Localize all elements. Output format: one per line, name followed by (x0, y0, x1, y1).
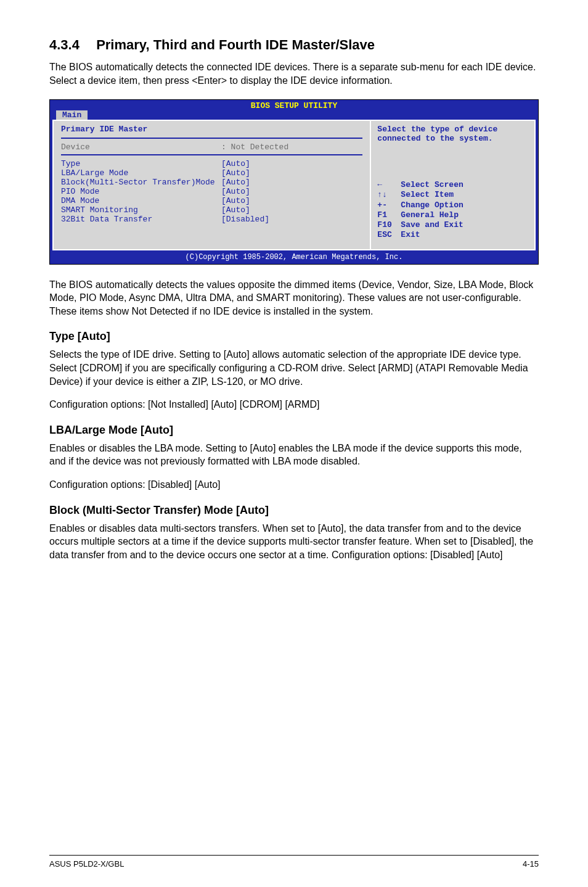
bios-item-label: SMART Monitoring (61, 205, 221, 215)
bios-device-value: : Not Detected (221, 142, 288, 152)
bios-help-text: Select the type of device connected to t… (377, 125, 528, 143)
section-title: Primary, Third and Fourth IDE Master/Sla… (96, 37, 375, 52)
bios-item-value: [Auto] (221, 187, 250, 196)
arrow-left-icon: ← (377, 180, 401, 190)
bios-screenshot: BIOS SETUP UTILITY Main Primary IDE Mast… (49, 99, 539, 265)
bios-body: Primary IDE Master Device : Not Detected… (52, 120, 536, 250)
section-number: 4.3.4 (49, 37, 92, 53)
bios-nav-row: ←Select Screen (377, 180, 528, 190)
bios-device-row: Device : Not Detected (61, 142, 362, 152)
bios-nav-label: Save and Exit (401, 220, 463, 230)
bios-tab-main: Main (56, 110, 88, 120)
bios-nav-row: F1General Help (377, 210, 528, 220)
bios-nav-row: F10Save and Exit (377, 220, 528, 230)
bios-item-value: [Auto] (221, 196, 250, 205)
bios-item-row: DMA Mode[Auto] (61, 196, 362, 205)
bios-item-row: SMART Monitoring[Auto] (61, 205, 362, 215)
bios-item-label: Type (61, 159, 221, 168)
bios-nav-row: +-Change Option (377, 200, 528, 210)
divider (61, 154, 362, 155)
bios-item-label: PIO Mode (61, 187, 221, 196)
f1-icon: F1 (377, 210, 401, 220)
section-heading: 4.3.4 Primary, Third and Fourth IDE Mast… (49, 37, 539, 53)
bios-nav-row: ↑↓Select Item (377, 190, 528, 200)
divider (61, 138, 362, 139)
bios-item-value: [Auto] (221, 159, 250, 168)
type-options: Configuration options: [Not Installed] [… (49, 398, 539, 411)
bios-copyright: (C)Copyright 1985-2002, American Megatre… (50, 252, 538, 264)
bios-item-value: [Auto] (221, 205, 250, 215)
plusminus-icon: +- (377, 200, 401, 210)
after-bios-paragraph: The BIOS automatically detects the value… (49, 278, 539, 318)
bios-nav-label: Select Screen (401, 180, 463, 190)
bios-nav-row: ESCExit (377, 230, 528, 240)
bios-nav-label: General Help (401, 210, 459, 220)
type-heading: Type [Auto] (49, 330, 539, 343)
lba-heading: LBA/Large Mode [Auto] (49, 424, 539, 437)
bios-item-label: Block(Multi-Sector Transfer)Mode (61, 178, 221, 187)
bios-item-value: [Auto] (221, 168, 250, 178)
bios-item-label: DMA Mode (61, 196, 221, 205)
esc-icon: ESC (377, 230, 401, 240)
bios-item-label: LBA/Large Mode (61, 168, 221, 178)
arrow-updown-icon: ↑↓ (377, 190, 401, 200)
bios-item-label: 32Bit Data Transfer (61, 215, 221, 224)
lba-options: Configuration options: [Disabled] [Auto] (49, 478, 539, 492)
intro-paragraph: The BIOS automatically detects the conne… (49, 60, 539, 87)
bios-title: BIOS SETUP UTILITY (50, 100, 538, 110)
block-body: Enables or disables data multi-sectors t… (49, 522, 539, 562)
bios-item-row: LBA/Large Mode[Auto] (61, 168, 362, 178)
block-heading: Block (Multi-Sector Transfer) Mode [Auto… (49, 504, 539, 517)
bios-nav-label: Exit (401, 230, 420, 240)
bios-device-label: Device (61, 142, 221, 152)
bios-item-value: [Disabled] (221, 215, 269, 224)
bios-nav-label: Select Item (401, 190, 454, 200)
bios-item-value: [Auto] (221, 178, 250, 187)
bios-subheader: Primary IDE Master (61, 125, 362, 135)
bios-item-row: Block(Multi-Sector Transfer)Mode[Auto] (61, 178, 362, 187)
f10-icon: F10 (377, 220, 401, 230)
bios-item-row: Type[Auto] (61, 159, 362, 168)
type-body: Selects the type of IDE drive. Setting t… (49, 348, 539, 388)
bios-item-row: 32Bit Data Transfer[Disabled] (61, 215, 362, 224)
bios-left-pane: Primary IDE Master Device : Not Detected… (54, 121, 371, 249)
lba-body: Enables or disables the LBA mode. Settin… (49, 442, 539, 468)
bios-item-row: PIO Mode[Auto] (61, 187, 362, 196)
bios-nav-label: Change Option (401, 200, 463, 210)
bios-right-pane: Select the type of device connected to t… (371, 121, 534, 249)
